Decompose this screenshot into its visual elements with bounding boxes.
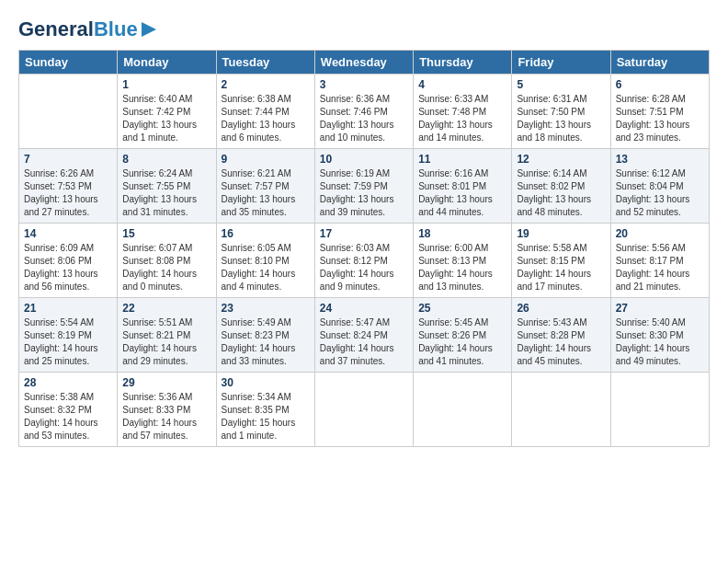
cell-info: Sunrise: 6:21 AM Sunset: 7:57 PM Dayligh… — [222, 167, 310, 219]
cell-info: Sunrise: 6:09 AM Sunset: 8:06 PM Dayligh… — [24, 242, 112, 293]
cell-info: Sunrise: 5:56 AM Sunset: 8:17 PM Dayligh… — [616, 242, 704, 293]
cell-info: Sunrise: 6:03 AM Sunset: 8:12 PM Dayligh… — [320, 242, 408, 293]
calendar-week-row: 21Sunrise: 5:54 AM Sunset: 8:19 PM Dayli… — [19, 298, 710, 373]
cell-info: Sunrise: 6:33 AM Sunset: 7:48 PM Dayligh… — [418, 93, 506, 144]
day-number: 26 — [517, 302, 605, 315]
cell-info: Sunrise: 5:38 AM Sunset: 8:32 PM Dayligh… — [24, 391, 112, 442]
calendar-header-friday: Friday — [512, 51, 610, 75]
day-number: 16 — [222, 227, 310, 240]
day-number: 11 — [418, 153, 506, 166]
day-number: 18 — [418, 227, 506, 240]
calendar-cell: 28Sunrise: 5:38 AM Sunset: 8:32 PM Dayli… — [19, 373, 118, 447]
calendar-cell: 27Sunrise: 5:40 AM Sunset: 8:30 PM Dayli… — [610, 298, 709, 373]
calendar-cell: 16Sunrise: 6:05 AM Sunset: 8:10 PM Dayli… — [216, 224, 314, 298]
day-number: 4 — [418, 78, 506, 91]
calendar-header-thursday: Thursday — [414, 51, 512, 75]
calendar-cell — [414, 373, 512, 447]
cell-info: Sunrise: 6:07 AM Sunset: 8:08 PM Dayligh… — [122, 242, 210, 293]
calendar-cell — [512, 373, 610, 447]
cell-info: Sunrise: 5:49 AM Sunset: 8:23 PM Dayligh… — [222, 316, 310, 368]
day-number: 6 — [616, 78, 704, 91]
cell-info: Sunrise: 6:36 AM Sunset: 7:46 PM Dayligh… — [320, 93, 408, 144]
calendar-cell: 29Sunrise: 5:36 AM Sunset: 8:33 PM Dayli… — [118, 373, 216, 447]
cell-info: Sunrise: 6:38 AM Sunset: 7:44 PM Dayligh… — [222, 93, 310, 144]
calendar-cell: 30Sunrise: 5:34 AM Sunset: 8:35 PM Dayli… — [216, 373, 314, 447]
cell-info: Sunrise: 5:43 AM Sunset: 8:28 PM Dayligh… — [517, 316, 605, 368]
calendar-cell: 5Sunrise: 6:31 AM Sunset: 7:50 PM Daylig… — [512, 75, 610, 149]
calendar-week-row: 7Sunrise: 6:26 AM Sunset: 7:53 PM Daylig… — [19, 149, 710, 224]
day-number: 13 — [616, 153, 704, 166]
calendar-cell: 10Sunrise: 6:19 AM Sunset: 7:59 PM Dayli… — [314, 149, 413, 224]
day-number: 7 — [24, 153, 112, 166]
cell-info: Sunrise: 6:24 AM Sunset: 7:55 PM Dayligh… — [122, 167, 210, 219]
day-number: 5 — [517, 78, 605, 91]
logo: GeneralBlue — [18, 18, 158, 40]
calendar-cell: 6Sunrise: 6:28 AM Sunset: 7:51 PM Daylig… — [610, 75, 709, 149]
cell-info: Sunrise: 5:51 AM Sunset: 8:21 PM Dayligh… — [122, 316, 210, 368]
calendar-cell: 14Sunrise: 6:09 AM Sunset: 8:06 PM Dayli… — [19, 224, 118, 298]
day-number: 19 — [517, 227, 605, 240]
calendar-cell: 4Sunrise: 6:33 AM Sunset: 7:48 PM Daylig… — [414, 75, 512, 149]
calendar-cell — [610, 373, 709, 447]
cell-info: Sunrise: 6:12 AM Sunset: 8:04 PM Dayligh… — [616, 167, 704, 219]
calendar-table: SundayMondayTuesdayWednesdayThursdayFrid… — [18, 50, 710, 447]
cell-info: Sunrise: 6:31 AM Sunset: 7:50 PM Dayligh… — [517, 93, 605, 144]
calendar-header-wednesday: Wednesday — [314, 51, 413, 75]
calendar-week-row: 28Sunrise: 5:38 AM Sunset: 8:32 PM Dayli… — [19, 373, 710, 447]
cell-info: Sunrise: 6:16 AM Sunset: 8:01 PM Dayligh… — [418, 167, 506, 219]
cell-info: Sunrise: 5:58 AM Sunset: 8:15 PM Dayligh… — [517, 242, 605, 293]
cell-info: Sunrise: 6:05 AM Sunset: 8:10 PM Dayligh… — [222, 242, 310, 293]
calendar-cell: 9Sunrise: 6:21 AM Sunset: 7:57 PM Daylig… — [216, 149, 314, 224]
day-number: 15 — [122, 227, 210, 240]
calendar-cell: 12Sunrise: 6:14 AM Sunset: 8:02 PM Dayli… — [512, 149, 610, 224]
cell-info: Sunrise: 6:00 AM Sunset: 8:13 PM Dayligh… — [418, 242, 506, 293]
calendar-cell: 22Sunrise: 5:51 AM Sunset: 8:21 PM Dayli… — [118, 298, 216, 373]
cell-info: Sunrise: 5:36 AM Sunset: 8:33 PM Dayligh… — [122, 391, 210, 442]
day-number: 29 — [122, 376, 210, 389]
day-number: 12 — [517, 153, 605, 166]
day-number: 10 — [320, 153, 408, 166]
cell-info: Sunrise: 6:19 AM Sunset: 7:59 PM Dayligh… — [320, 167, 408, 219]
day-number: 28 — [24, 376, 112, 389]
svg-marker-0 — [142, 22, 156, 37]
calendar-cell: 15Sunrise: 6:07 AM Sunset: 8:08 PM Dayli… — [118, 224, 216, 298]
calendar-week-row: 14Sunrise: 6:09 AM Sunset: 8:06 PM Dayli… — [19, 224, 710, 298]
calendar-cell: 8Sunrise: 6:24 AM Sunset: 7:55 PM Daylig… — [118, 149, 216, 224]
calendar-cell: 13Sunrise: 6:12 AM Sunset: 8:04 PM Dayli… — [610, 149, 709, 224]
cell-info: Sunrise: 6:26 AM Sunset: 7:53 PM Dayligh… — [24, 167, 112, 219]
cell-info: Sunrise: 6:40 AM Sunset: 7:42 PM Dayligh… — [122, 93, 210, 144]
day-number: 27 — [616, 302, 704, 315]
calendar-cell: 24Sunrise: 5:47 AM Sunset: 8:24 PM Dayli… — [314, 298, 413, 373]
day-number: 2 — [222, 78, 310, 91]
cell-info: Sunrise: 5:47 AM Sunset: 8:24 PM Dayligh… — [320, 316, 408, 368]
day-number: 30 — [222, 376, 310, 389]
calendar-cell: 17Sunrise: 6:03 AM Sunset: 8:12 PM Dayli… — [314, 224, 413, 298]
day-number: 17 — [320, 227, 408, 240]
calendar-header-tuesday: Tuesday — [216, 51, 314, 75]
calendar-cell: 21Sunrise: 5:54 AM Sunset: 8:19 PM Dayli… — [19, 298, 118, 373]
cell-info: Sunrise: 5:40 AM Sunset: 8:30 PM Dayligh… — [616, 316, 704, 368]
calendar-header-row: SundayMondayTuesdayWednesdayThursdayFrid… — [19, 51, 710, 75]
calendar-header-monday: Monday — [118, 51, 216, 75]
calendar-cell: 2Sunrise: 6:38 AM Sunset: 7:44 PM Daylig… — [216, 75, 314, 149]
day-number: 14 — [24, 227, 112, 240]
calendar-cell: 26Sunrise: 5:43 AM Sunset: 8:28 PM Dayli… — [512, 298, 610, 373]
day-number: 8 — [122, 153, 210, 166]
calendar-cell: 18Sunrise: 6:00 AM Sunset: 8:13 PM Dayli… — [414, 224, 512, 298]
calendar-cell — [19, 75, 118, 149]
day-number: 22 — [122, 302, 210, 315]
day-number: 25 — [418, 302, 506, 315]
logo-text: GeneralBlue — [18, 18, 138, 40]
calendar-cell: 3Sunrise: 6:36 AM Sunset: 7:46 PM Daylig… — [314, 75, 413, 149]
day-number: 1 — [122, 78, 210, 91]
calendar-cell: 7Sunrise: 6:26 AM Sunset: 7:53 PM Daylig… — [19, 149, 118, 224]
cell-info: Sunrise: 5:45 AM Sunset: 8:26 PM Dayligh… — [418, 316, 506, 368]
calendar-cell: 19Sunrise: 5:58 AM Sunset: 8:15 PM Dayli… — [512, 224, 610, 298]
day-number: 20 — [616, 227, 704, 240]
day-number: 21 — [24, 302, 112, 315]
calendar-header-sunday: Sunday — [19, 51, 118, 75]
calendar-cell: 25Sunrise: 5:45 AM Sunset: 8:26 PM Dayli… — [414, 298, 512, 373]
calendar-week-row: 1Sunrise: 6:40 AM Sunset: 7:42 PM Daylig… — [19, 75, 710, 149]
calendar-cell: 1Sunrise: 6:40 AM Sunset: 7:42 PM Daylig… — [118, 75, 216, 149]
day-number: 23 — [222, 302, 310, 315]
